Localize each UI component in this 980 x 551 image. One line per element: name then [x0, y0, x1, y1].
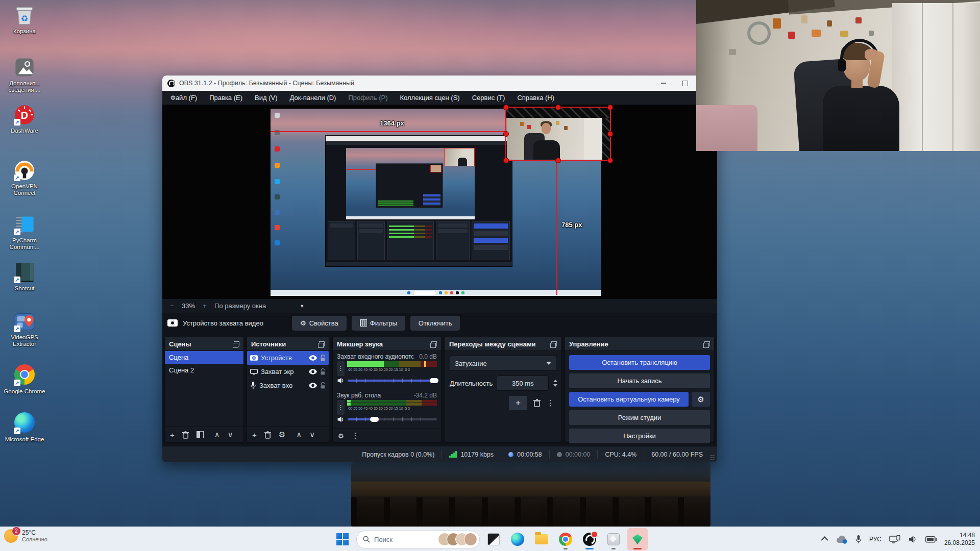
menu-profile[interactable]: Профиль (P) — [342, 91, 394, 105]
microphone-tray-icon[interactable] — [855, 535, 862, 544]
add-scene-button[interactable]: + — [170, 431, 175, 439]
volume-knob[interactable] — [430, 378, 438, 383]
tray-chevron-up-icon[interactable] — [821, 536, 828, 543]
desktop-icon-videogps[interactable]: ↗ VideoGPS Extractor — [1, 310, 48, 347]
maximize-button[interactable] — [674, 76, 696, 91]
channel-menu-button[interactable]: ⋮ — [337, 400, 345, 415]
resize-grip[interactable] — [710, 455, 715, 460]
source-item-display-capture[interactable]: Захват экр — [247, 365, 329, 379]
lock-icon[interactable] — [320, 355, 326, 362]
minimize-button[interactable] — [653, 76, 674, 91]
taskbar-app-chrome[interactable] — [555, 528, 576, 550]
properties-button[interactable]: ⚙ Свойства — [292, 316, 347, 331]
desktop-icon-chrome[interactable]: ↗ Google Chrome — [1, 363, 48, 395]
desktop-icon-more-info[interactable]: Дополнит... сведения ... — [1, 56, 48, 93]
source-properties-button[interactable]: ⚙ — [279, 430, 285, 439]
menu-view[interactable]: Вид (V) — [249, 91, 283, 105]
taskbar-weather-widget[interactable]: 2 25°C Солнечно — [4, 529, 47, 543]
resize-handle-tr[interactable] — [608, 105, 612, 110]
resize-handle-tm[interactable] — [556, 105, 560, 110]
taskbar-app-photos[interactable] — [483, 528, 504, 550]
popout-icon[interactable] — [704, 341, 710, 346]
fit-to-window-label[interactable]: По размеру окна — [214, 302, 266, 310]
spin-up-icon[interactable] — [553, 380, 557, 382]
mixer-menu-button[interactable]: ⋮ — [352, 431, 359, 440]
taskbar-app-gem-active[interactable] — [627, 528, 648, 550]
menu-tools[interactable]: Сервис (T) — [466, 91, 511, 105]
mute-button[interactable] — [337, 416, 345, 423]
transition-menu-button[interactable]: ⋮ — [547, 398, 554, 408]
mixer-settings-button[interactable]: ⚙ — [338, 432, 344, 440]
resize-handle-bm[interactable] — [556, 158, 560, 163]
resize-handle-ml[interactable] — [504, 132, 508, 136]
settings-button[interactable]: Настройки — [569, 429, 710, 443]
studio-mode-button[interactable]: Режим студии — [569, 410, 710, 425]
menu-scene-collection[interactable]: Коллекция сцен (S) — [394, 91, 466, 105]
taskbar-search[interactable]: Поиск — [356, 531, 480, 548]
scene-item[interactable]: Сцена — [165, 351, 243, 364]
resize-handle-tl[interactable] — [504, 105, 508, 110]
popout-icon[interactable] — [551, 341, 557, 346]
menu-help[interactable]: Справка (H) — [511, 91, 560, 105]
language-indicator[interactable]: РУС — [869, 536, 881, 543]
desktop-icon-edge[interactable]: ↗ Microsoft Edge — [1, 411, 48, 443]
volume-slider[interactable] — [348, 416, 437, 422]
remove-scene-button[interactable] — [182, 431, 189, 439]
source-item-audio-input[interactable]: Захват вхо — [247, 379, 329, 392]
stop-virtual-camera-button[interactable]: Остановить виртуальную камеру — [569, 392, 689, 407]
menu-docks[interactable]: Док-панели (D) — [284, 91, 342, 105]
desktop-icon-openvpn[interactable]: ↗ OpenVPN Connect — [1, 159, 48, 196]
battery-icon[interactable] — [925, 536, 937, 543]
transition-select[interactable]: Затухание — [450, 356, 556, 371]
taskbar-app-3dviewer[interactable] — [603, 528, 624, 550]
source-down-button[interactable]: ∨ — [309, 430, 315, 439]
start-recording-button[interactable]: Начать запись — [569, 373, 710, 388]
source-item-video-device[interactable]: Устройств — [247, 351, 329, 365]
duration-spinbox[interactable]: 350 ms — [497, 375, 549, 391]
scene-down-button[interactable]: ∨ — [228, 430, 233, 439]
desktop-icon-shotcut[interactable]: ↗ Shotcut — [1, 261, 48, 292]
resize-handle-bl[interactable] — [504, 158, 508, 163]
scene-item[interactable]: Сцена 2 — [165, 364, 243, 377]
add-source-button[interactable]: + — [252, 431, 257, 439]
onedrive-icon[interactable] — [836, 535, 848, 544]
spin-down-icon[interactable] — [553, 384, 557, 387]
stop-streaming-button[interactable]: Остановить трансляцию — [569, 355, 710, 370]
taskbar-app-edge[interactable] — [507, 528, 528, 550]
eye-icon[interactable] — [309, 369, 317, 374]
add-transition-button[interactable]: + — [509, 396, 527, 410]
scene-filters-button[interactable] — [197, 431, 204, 438]
webcam-source-selection[interactable] — [505, 107, 611, 161]
zoom-out-button[interactable]: − — [167, 302, 177, 310]
taskbar-clock[interactable]: 14:48 26.08.2025 — [944, 532, 975, 547]
resize-handle-mr[interactable] — [608, 132, 612, 136]
taskbar-app-obs[interactable] — [579, 528, 600, 550]
popout-icon[interactable] — [234, 341, 239, 346]
popout-icon[interactable] — [431, 341, 437, 346]
eye-icon[interactable] — [309, 355, 317, 361]
scene-up-button[interactable]: ∧ — [214, 430, 220, 439]
taskbar-app-explorer[interactable] — [531, 528, 552, 550]
lock-icon[interactable] — [320, 368, 326, 375]
desktop-icon-dashware[interactable]: D ↗ DashWare — [1, 104, 48, 134]
desktop-icon-pycharm[interactable]: ↗ PyCharm Communi... — [1, 213, 48, 251]
deactivate-button[interactable]: Отключить — [410, 316, 460, 331]
zoom-in-button[interactable]: + — [200, 302, 209, 310]
desktop-icon-recycle-bin[interactable]: ♻ Корзина — [1, 4, 48, 35]
volume-slider[interactable] — [348, 378, 437, 384]
remove-transition-button[interactable] — [533, 399, 541, 407]
virtual-camera-settings-button[interactable]: ⚙ — [692, 392, 710, 407]
obs-title-bar[interactable]: OBS 31.1.2 - Профиль: Безымянный - Сцены… — [162, 76, 717, 91]
popout-icon[interactable] — [319, 341, 325, 346]
lock-icon[interactable] — [320, 382, 326, 389]
source-up-button[interactable]: ∧ — [296, 430, 302, 439]
start-button[interactable] — [332, 528, 353, 550]
menu-file[interactable]: Файл (F) — [164, 91, 203, 105]
resize-handle-br[interactable] — [608, 158, 612, 163]
network-icon[interactable] — [889, 535, 900, 544]
remove-source-button[interactable] — [264, 431, 271, 439]
mute-button[interactable] — [337, 377, 345, 384]
zoom-dropdown-icon[interactable]: ▼ — [300, 304, 304, 309]
menu-edit[interactable]: Правка (E) — [203, 91, 249, 105]
filters-button[interactable]: Фильтры — [352, 316, 405, 331]
